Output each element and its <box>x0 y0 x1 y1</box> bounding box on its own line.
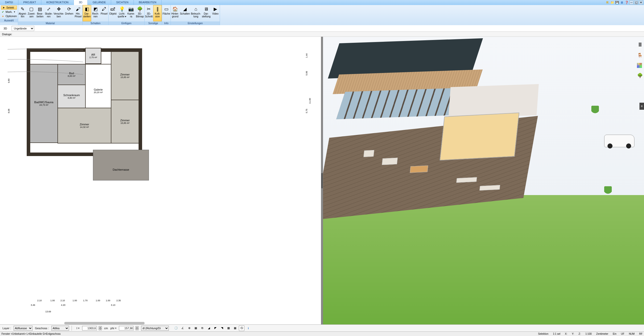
menu-tab-datei[interactable]: DATEI <box>0 0 18 5</box>
rechnen-label1: Rech- <box>92 13 99 15</box>
3d-bitmap-label1: 3D- <box>138 13 142 15</box>
optionen-label: Optionen <box>6 15 17 18</box>
kollision-button[interactable]: ‖Kolli-sion <box>153 5 162 21</box>
flaeche-button[interactable]: ▭Fläche <box>162 5 171 21</box>
menu-tab-gelaende[interactable]: GELÄNDE <box>88 0 111 5</box>
phi-spin-up[interactable]: ▴ <box>136 326 139 328</box>
status-z: Z: <box>578 332 581 335</box>
hintergrund-label2: grund <box>172 15 178 18</box>
hatch-icon[interactable]: ▩ <box>226 325 231 331</box>
phi-spin-down[interactable]: ▾ <box>136 328 139 330</box>
layers-icon[interactable]: ≣ <box>637 42 643 48</box>
video-button[interactable]: ▶Video <box>211 5 220 21</box>
rechnen-button[interactable]: ◩Rech-nen <box>91 5 100 21</box>
menu-tab-bearbeiten[interactable]: BEARBEITEN <box>134 0 162 5</box>
north-icon[interactable]: Ⓝ <box>239 325 244 331</box>
dim-r-0: 1.44 <box>305 53 308 58</box>
objekt-button[interactable]: 🛋Objekt <box>109 5 117 21</box>
slope3-icon[interactable]: ◥ <box>219 325 225 331</box>
3d-schnitt-button[interactable]: ✂3D-Schnitt <box>145 5 153 21</box>
layer-combo[interactable]: Abfluesse <box>14 326 33 331</box>
3d-plant-2 <box>604 186 612 196</box>
skalieren-icon: ⤢ <box>46 6 52 12</box>
skalieren-button[interactable]: ⤢Skalie-ren <box>44 5 53 21</box>
menu-tab-projekt[interactable]: PROJEKT <box>18 0 42 5</box>
selekt-button[interactable]: ➤ Selekt <box>1 6 17 10</box>
schatten-button[interactable]: ◢Schatten <box>179 5 190 21</box>
info-icon[interactable]: i <box>245 325 251 331</box>
3d-plant-1 <box>591 106 599 116</box>
status-left: Fenster <Unbekannt> L=Einbauteile G=Erdg… <box>2 332 61 335</box>
dialoge-bar: Dialoge: <box>0 32 644 37</box>
minimize-icon[interactable]: ─ <box>629 1 633 5</box>
layers-toggle-icon[interactable]: ▦ <box>193 325 199 331</box>
dim-b-9: 2.35 <box>116 299 121 302</box>
view-splitter[interactable] <box>321 37 323 324</box>
menu-tab-konstruktion[interactable]: KONSTRUKTION <box>41 0 74 5</box>
3d-schnitt-icon: ✂ <box>146 6 152 12</box>
restore-icon[interactable]: ◱ <box>634 1 638 5</box>
status-bar: Fenster <Unbekannt> L=Einbauteile G=Erdg… <box>0 331 644 336</box>
status-uf: UF <box>621 332 624 335</box>
lichtquelle-button[interactable]: 💡Licht-quelle ▾ <box>117 5 127 21</box>
hin-pinsel-button[interactable]: 🖌Hin.Pinsel <box>74 5 82 21</box>
palette-icon[interactable] <box>637 63 642 68</box>
dim-l-2: 9.80 <box>8 79 10 83</box>
save-icon[interactable]: 💾 <box>615 1 619 5</box>
right-expand-handle[interactable]: ≡ <box>639 103 644 110</box>
dim-b2-2: 3.13 <box>111 304 115 306</box>
merge-icon[interactable]: ⧉ <box>200 325 205 331</box>
plan-building: AR 2,75 m² Galerie 20,20 m² Zimmer 15,85… <box>30 52 139 153</box>
angle-icon[interactable]: ∠ <box>180 325 185 331</box>
clock-icon[interactable]: 🕓 <box>173 325 179 331</box>
hintergrund-button[interactable]: 🏠Hinter-grund <box>171 5 179 21</box>
kamera-label2: ra <box>130 15 132 18</box>
close-icon[interactable]: ✕ <box>639 1 643 5</box>
terrain-combo[interactable]: Urgelände <box>12 26 34 31</box>
help-icon[interactable]: ❓ <box>625 1 629 5</box>
phi-input[interactable] <box>119 326 134 330</box>
screen-icon[interactable]: 🖥 <box>620 1 624 5</box>
slope2-icon[interactable]: ◤ <box>213 325 218 331</box>
verschieben-button[interactable]: ✥Verschie-ben <box>53 5 65 21</box>
horizontal-scrollbar[interactable] <box>64 322 145 324</box>
status-y: Y: <box>572 332 574 335</box>
darstellung-button[interactable]: 🖥Dar-stellung <box>201 5 211 21</box>
menu-tab-sichten[interactable]: SICHTEN <box>111 0 134 5</box>
dim-r-4: 5.75 <box>305 109 308 113</box>
3d-bitmap-button[interactable]: 🌳3D-Bitmap <box>135 5 144 21</box>
drehen-button[interactable]: ⟳Drehen <box>65 5 74 21</box>
mark-button[interactable]: ✔ Mark. ▼ <box>1 10 17 14</box>
snap-node-icon[interactable]: ⊕ <box>186 325 192 331</box>
slope1-icon[interactable]: ◢ <box>206 325 212 331</box>
3d-view[interactable]: ≣ 🪑 🌳 ≡ <box>322 37 644 324</box>
status-unit: Zentimeter <box>596 332 608 335</box>
tree-icon[interactable]: 🌳 <box>637 72 643 79</box>
abgreifen-label2: fen <box>21 15 24 18</box>
kamera-button[interactable]: 📷Kame-ra <box>127 5 135 21</box>
wrench-icon[interactable]: 🛠 <box>605 1 609 5</box>
chair-icon[interactable]: 🪑 <box>637 52 643 58</box>
darstellen-button[interactable]: ◧Dar-stellen <box>83 5 91 21</box>
mode-combo[interactable]: dl (Richtung/Di <box>141 326 169 331</box>
abgreifen-icon: ✎ <box>20 6 26 12</box>
beleuchtung-button[interactable]: ⌂Beleuch-tung <box>190 5 201 21</box>
workspace: AR 2,75 m² Galerie 20,20 m² Zimmer 15,85… <box>0 37 644 324</box>
bearbeiten-button[interactable]: ▤Bear-beiten <box>36 5 44 21</box>
pinsel-button[interactable]: 🖍Pinsel <box>100 5 108 21</box>
l-input[interactable] <box>82 326 97 330</box>
floorplan-view[interactable]: AR 2,75 m² Galerie 20,20 m² Zimmer 15,85… <box>0 37 322 324</box>
l-spin-down[interactable]: ▾ <box>99 328 102 330</box>
abgreifen-button[interactable]: ✎Abgrei-fen <box>18 5 27 21</box>
hin-pinsel-label1: Hin. <box>76 13 80 15</box>
geschoss-combo[interactable]: Attika <box>51 326 69 331</box>
dim-b-3: 1.00 <box>50 299 55 302</box>
menu-tab-3d[interactable]: 3D <box>74 0 88 5</box>
room-zimmer3-name: Zimmer <box>80 123 89 126</box>
l-spin-up[interactable]: ▴ <box>99 326 102 328</box>
grid-icon[interactable]: ▦ <box>232 325 238 331</box>
zuweisen-button[interactable]: ▢Zuwei-sen <box>27 5 36 21</box>
folder-icon[interactable]: 📁 <box>610 1 614 5</box>
optionen-button[interactable]: ＋ Optionen <box>1 14 17 18</box>
hin-pinsel-icon: 🖌 <box>75 6 81 12</box>
